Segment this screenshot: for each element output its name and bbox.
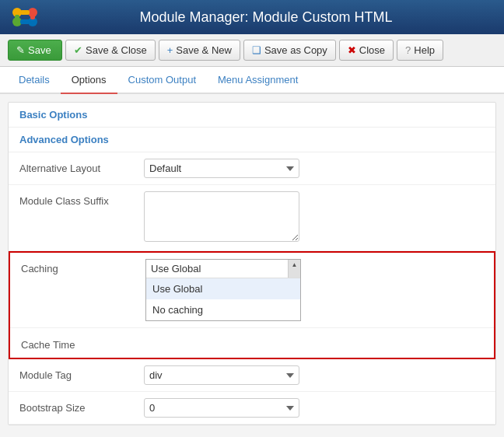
close-icon: ✖ [348,44,356,56]
module-tag-select[interactable]: div [144,365,299,385]
toolbar: ✎ Save ✔ Save & Close + Save & New ❑ Sav… [0,34,504,67]
caching-section: Caching Use Global ▲ Use Global [9,251,495,359]
alternative-layout-row: Alternative Layout Default [9,152,495,185]
module-tag-control: div [144,365,485,385]
tab-bar: Details Options Custom Output Menu Assig… [0,67,504,94]
bootstrap-size-control: 0 [144,398,485,418]
module-class-suffix-row: Module Class Suffix [9,185,495,251]
svg-rect-7 [30,15,35,19]
save-icon: ✎ [16,44,25,56]
advanced-options-header[interactable]: Advanced Options [9,128,495,152]
alternative-layout-control: Default [144,159,485,178]
module-tag-row: Module Tag div [9,359,495,392]
save-new-button[interactable]: + Save & New [159,40,240,61]
logo [11,6,39,28]
cache-time-row: Cache Time [10,328,494,358]
save-button[interactable]: ✎ Save [8,40,62,61]
check-icon: ✔ [74,44,82,56]
plus-icon: + [167,44,173,56]
tab-options[interactable]: Options [61,67,117,94]
module-class-suffix-label: Module Class Suffix [19,191,144,207]
tab-menu-assignment[interactable]: Menu Assignment [207,67,309,94]
help-icon: ? [405,44,411,56]
basic-options-header[interactable]: Basic Options [9,103,495,128]
help-button[interactable]: ? Help [397,40,443,61]
cache-time-label: Cache Time [21,335,145,351]
content-panel: Basic Options Advanced Options Alternati… [8,102,496,425]
svg-rect-4 [20,10,30,15]
bootstrap-size-row: Bootstrap Size 0 [9,392,495,425]
save-close-button[interactable]: ✔ Save & Close [65,40,156,61]
module-class-suffix-input[interactable] [144,191,299,242]
tab-details[interactable]: Details [8,67,61,94]
page-title: Module Manager: Module Custom HTML [39,9,493,26]
app-header: Module Manager: Module Custom HTML [0,0,504,34]
bootstrap-size-select[interactable]: 0 [144,398,299,418]
caching-options-list: Use Global No caching [146,278,300,320]
svg-rect-6 [15,15,19,19]
bootstrap-size-label: Bootstrap Size [19,398,144,414]
caching-label: Caching [21,259,145,274]
scroll-up-icon: ▲ [292,261,298,268]
tab-custom-output[interactable]: Custom Output [117,67,207,94]
caching-control: Use Global ▲ Use Global No caching [145,259,483,321]
alternative-layout-select[interactable]: Default [144,159,299,178]
joomla-logo-icon [11,6,39,28]
save-copy-button[interactable]: ❑ Save as Copy [243,40,336,61]
caching-option-use-global[interactable]: Use Global [146,278,300,299]
caching-option-no-caching[interactable]: No caching [146,299,300,320]
caching-dropdown-wrapper: Use Global ▲ Use Global No caching [145,259,301,321]
module-class-suffix-control [144,191,485,244]
alternative-layout-label: Alternative Layout [19,159,144,174]
caching-row: Caching Use Global ▲ Use Global [10,253,494,328]
caching-selected-display[interactable]: Use Global ▲ [146,260,300,278]
module-tag-label: Module Tag [19,365,144,381]
copy-icon: ❑ [252,44,261,56]
close-button[interactable]: ✖ Close [339,40,394,61]
svg-rect-5 [20,19,30,24]
dropdown-scrollbar: ▲ [288,260,300,278]
